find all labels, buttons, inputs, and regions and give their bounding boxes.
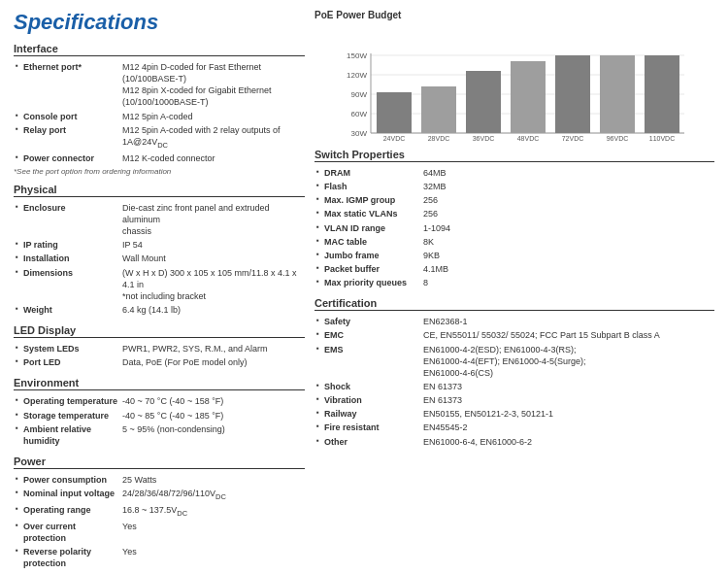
svg-text:72VDC: 72VDC [562,135,584,141]
table-row: Other EN61000-6-4, EN61000-6-2 [314,435,714,449]
bar-24vdc [377,92,412,133]
svg-text:30W: 30W [351,129,368,138]
table-row: Relay port M12 5pin A-coded with 2 relay… [14,123,305,152]
table-row: Reverse polarity protection Yes [14,545,305,570]
svg-text:90W: 90W [351,90,368,99]
table-row: Max priority queues 8 [314,276,714,289]
section-title-physical: Physical [14,184,305,197]
page-wrapper: Specifications Interface Ethernet port* … [0,0,728,574]
table-row: Railway EN50155, EN50121-2-3, 50121-1 [314,407,714,421]
interface-note: *See the port option from ordering infor… [14,167,305,176]
table-row: System LEDs PWR1, PWR2, SYS, R.M., and A… [14,342,305,355]
physical-table: Enclosure Die-cast zinc front panel and … [14,201,305,317]
table-row: Power connector M12 K-coded connector [14,152,305,165]
svg-text:48VDC: 48VDC [517,135,540,141]
table-row: Max static VLANs 256 [314,207,714,220]
svg-text:96VDC: 96VDC [607,135,629,141]
spec-value: EN62368-1 [421,315,714,328]
spec-value: Yes [120,545,305,570]
spec-label: Shock [314,380,421,393]
table-row: Port LED Data, PoE (For PoE model only) [14,355,305,369]
spec-value: 4.1MB [421,262,714,276]
table-row: VLAN ID range 1-1094 [314,221,714,235]
spec-value: 25 Watts [120,473,305,487]
table-row: Power consumption 25 Watts [14,473,305,487]
spec-value: Data, PoE (For PoE model only) [120,355,305,369]
spec-value: Wall Mount [120,252,305,265]
spec-label: Console port [14,110,120,123]
spec-label: EMS [314,343,421,380]
svg-text:120W: 120W [347,71,367,80]
spec-value: 1-1094 [421,221,714,235]
spec-label: Jumbo frame [314,249,421,262]
chart-svg: 30W 60W 90W 120W 150W [314,24,714,141]
switch-table: DRAM 64MB Flash 32MB Max. IGMP group 256… [314,166,714,289]
section-title-switch: Switch Properties [314,149,714,162]
spec-value: EN 61373 [421,393,714,407]
spec-label: Installation [14,252,120,265]
spec-label: Packet buffer [314,262,421,276]
table-row: Ambient relative humidity 5 ~ 95% (non-c… [14,422,305,448]
table-row: Nominal input voltage 24/28/36/48/72/96/… [14,487,305,503]
table-row: Console port M12 5pin A-coded [14,110,305,123]
cert-table: Safety EN62368-1 EMC CE, EN55011/ 55032/… [314,315,714,448]
table-row: Storage temperature -40 ~ 85 °C (-40 ~ 1… [14,409,305,422]
spec-value: 8K [421,235,714,249]
section-title-cert: Certification [314,297,714,311]
bar-28vdc [421,86,456,133]
spec-value: IP 54 [120,238,305,252]
spec-value: M12 4pin D-coded for Fast Ethernet (10/1… [120,60,305,110]
spec-label: Port LED [14,355,120,369]
chart-section: PoE Power Budget 30W 60W 90W 120W 150W [314,10,714,141]
spec-label: Operating range [14,503,120,520]
spec-label: Dimensions [14,266,120,303]
table-row: IP rating IP 54 [14,238,305,252]
spec-label: Relay port [14,123,120,152]
right-column: PoE Power Budget 30W 60W 90W 120W 150W [314,10,714,573]
spec-value: -40 ~ 85 °C (-40 ~ 185 °F) [120,409,305,422]
spec-label: Flash [314,180,421,193]
spec-label: Fire resistant [314,421,421,434]
table-row: Max. IGMP group 256 [314,193,714,207]
table-row: Installation Wall Mount [14,252,305,265]
spec-label: Enclosure [14,201,120,238]
spec-value: -40 ~ 70 °C (-40 ~ 158 °F) [120,394,305,408]
spec-value: CE, EN55011/ 55032/ 55024; FCC Part 15 S… [421,328,714,342]
table-row: Vibration EN 61373 [314,393,714,407]
spec-label: Power consumption [14,473,120,487]
section-title-environment: Environment [14,377,305,390]
spec-label: Over current protection [14,520,120,545]
spec-label: System LEDs [14,342,120,355]
spec-label: Nominal input voltage [14,487,120,503]
table-row: Operating range 16.8 ~ 137.5VDC [14,503,305,520]
spec-value: M12 K-coded connector [120,152,305,165]
table-row: Flash 32MB [314,180,714,193]
spec-label: Max. IGMP group [314,193,421,207]
spec-label: Other [314,435,421,449]
bar-110vdc [645,55,679,133]
section-title-interface: Interface [14,43,305,56]
spec-value: 256 [421,193,714,207]
svg-text:24VDC: 24VDC [383,135,406,141]
spec-value: EN 61373 [421,380,714,393]
spec-label: MAC table [314,235,421,249]
table-row: Over current protection Yes [14,520,305,545]
left-column: Specifications Interface Ethernet port* … [14,10,305,573]
spec-label: IP rating [14,238,120,252]
table-row: Fire resistant EN45545-2 [314,421,714,434]
led-table: System LEDs PWR1, PWR2, SYS, R.M., and A… [14,342,305,369]
chart-container: 30W 60W 90W 120W 150W [314,24,714,141]
table-row: DRAM 64MB [314,166,714,180]
table-row: Dimensions (W x H x D) 300 x 105 x 105 m… [14,266,305,303]
section-title-power: Power [14,456,305,469]
spec-label: Railway [314,407,421,421]
svg-text:60W: 60W [351,110,368,118]
table-row: Shock EN 61373 [314,380,714,393]
spec-value: 8 [421,276,714,289]
spec-label: Ambient relative humidity [14,422,120,448]
table-row: Enclosure Die-cast zinc front panel and … [14,201,305,238]
spec-value: 6.4 kg (14.1 lb) [120,303,305,317]
spec-label: Max priority queues [314,276,421,289]
spec-label: Vibration [314,393,421,407]
table-row: Safety EN62368-1 [314,315,714,328]
